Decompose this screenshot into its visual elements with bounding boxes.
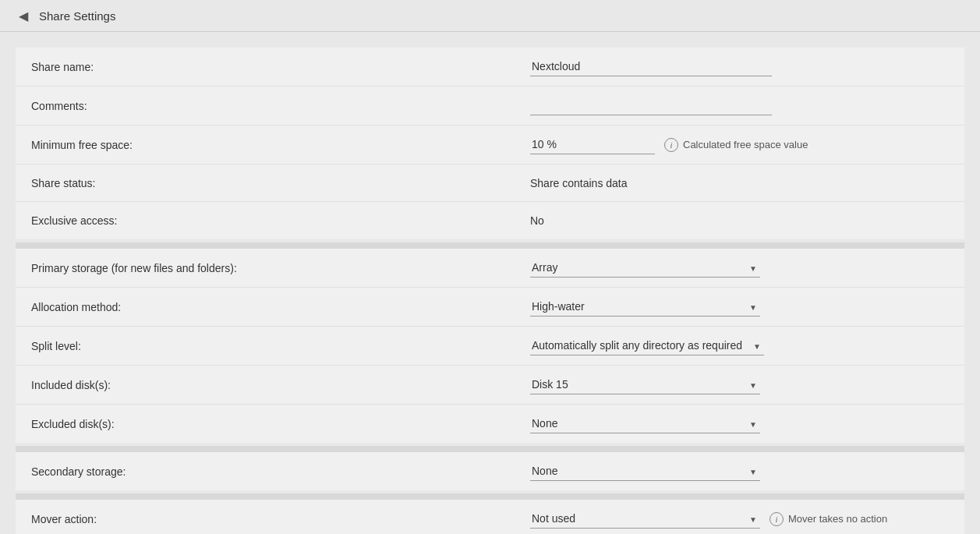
field-split-level: Split level: Automatically split any dir… [16, 327, 964, 366]
value-allocation-method: High-water Most-free Fill-up ▼ [530, 297, 949, 317]
section-mover: Mover action: Not used Move files to sec… [16, 500, 964, 534]
label-min-free-space: Minimum free space: [31, 139, 530, 151]
info-text-mover-action: Mover takes no action [788, 513, 887, 525]
section-basic: Share name: Comments: Minimum free space… [16, 48, 964, 239]
select-wrapper-primary-storage: Array Cache None ▼ [530, 258, 760, 278]
divider-2 [16, 446, 964, 452]
field-mover-action: Mover action: Not used Move files to sec… [16, 500, 964, 534]
field-included-disks: Included disk(s): Disk 15 All None ▼ [16, 366, 964, 405]
select-excluded-disks[interactable]: None Disk 1 Disk 2 [530, 414, 760, 433]
input-min-free-space[interactable] [530, 135, 655, 154]
value-mover-action: Not used Move files to secondary Move fi… [530, 509, 949, 529]
divider-1 [16, 242, 964, 249]
label-split-level: Split level: [31, 340, 530, 352]
label-comments: Comments: [31, 100, 530, 112]
section-storage: Primary storage (for new files and folde… [16, 249, 964, 443]
value-primary-storage: Array Cache None ▼ [530, 258, 949, 278]
value-exclusive-access: No [530, 214, 949, 227]
field-allocation-method: Allocation method: High-water Most-free … [16, 288, 964, 327]
select-allocation-method[interactable]: High-water Most-free Fill-up [530, 297, 760, 317]
label-primary-storage: Primary storage (for new files and folde… [31, 262, 530, 274]
value-comments [530, 96, 949, 115]
select-wrapper-split-level: Automatically split any directory as req… [530, 336, 764, 355]
field-excluded-disks: Excluded disk(s): None Disk 1 Disk 2 ▼ [16, 405, 964, 443]
field-exclusive-access: Exclusive access: No [16, 202, 964, 239]
page: ◀ Share Settings Share name: Comments: [0, 0, 980, 534]
label-secondary-storage: Secondary storage: [31, 465, 530, 478]
info-text-min-free-space: Calculated free space value [683, 139, 808, 150]
select-wrapper-excluded-disks: None Disk 1 Disk 2 ▼ [530, 414, 760, 433]
text-share-status: Share contains data [530, 177, 628, 189]
info-mover-action: i Mover takes no action [769, 512, 887, 526]
content: Share name: Comments: Minimum free space… [0, 32, 980, 534]
select-secondary-storage[interactable]: None Array Cache [530, 462, 760, 481]
input-share-name[interactable] [530, 57, 772, 76]
label-excluded-disks: Excluded disk(s): [31, 418, 530, 430]
select-mover-action[interactable]: Not used Move files to secondary Move fi… [530, 509, 760, 529]
header: ◀ Share Settings [0, 0, 980, 32]
info-min-free-space: i Calculated free space value [664, 138, 808, 152]
info-icon-mover-action: i [769, 512, 784, 526]
page-title: Share Settings [39, 9, 115, 23]
field-primary-storage: Primary storage (for new files and folde… [16, 249, 964, 288]
select-split-level[interactable]: Automatically split any directory as req… [530, 336, 764, 355]
label-included-disks: Included disk(s): [31, 379, 530, 391]
label-share-name: Share name: [31, 61, 530, 73]
field-comments: Comments: [16, 87, 964, 126]
info-icon-min-free-space: i [664, 138, 678, 152]
label-share-status: Share status: [31, 177, 530, 189]
value-excluded-disks: None Disk 1 Disk 2 ▼ [530, 414, 949, 433]
select-wrapper-mover-action: Not used Move files to secondary Move fi… [530, 509, 760, 529]
field-min-free-space: Minimum free space: i Calculated free sp… [16, 126, 964, 164]
value-included-disks: Disk 15 All None ▼ [530, 375, 949, 394]
value-min-free-space: i Calculated free space value [530, 135, 949, 154]
text-exclusive-access: No [530, 214, 544, 227]
select-wrapper-secondary-storage: None Array Cache ▼ [530, 462, 760, 481]
section-secondary: Secondary storage: None Array Cache ▼ [16, 452, 964, 490]
field-share-name: Share name: [16, 48, 964, 87]
select-wrapper-allocation-method: High-water Most-free Fill-up ▼ [530, 297, 760, 317]
select-wrapper-included-disks: Disk 15 All None ▼ [530, 375, 760, 394]
field-secondary-storage: Secondary storage: None Array Cache ▼ [16, 452, 964, 490]
value-share-status: Share contains data [530, 177, 949, 189]
field-share-status: Share status: Share contains data [16, 164, 964, 202]
select-primary-storage[interactable]: Array Cache None [530, 258, 760, 278]
label-allocation-method: Allocation method: [31, 301, 530, 313]
back-icon: ◀ [16, 8, 31, 23]
divider-3 [16, 493, 964, 500]
value-secondary-storage: None Array Cache ▼ [530, 462, 949, 481]
value-share-name [530, 57, 949, 76]
value-split-level: Automatically split any directory as req… [530, 336, 949, 355]
select-included-disks[interactable]: Disk 15 All None [530, 375, 760, 394]
label-exclusive-access: Exclusive access: [31, 214, 530, 227]
input-comments[interactable] [530, 96, 772, 115]
label-mover-action: Mover action: [31, 513, 530, 525]
